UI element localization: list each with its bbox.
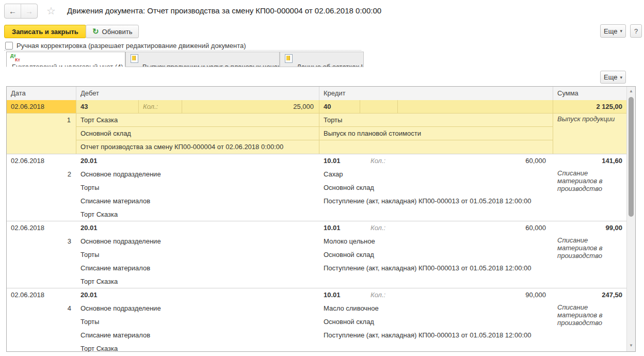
cell-credit-qty[interactable]: 90,000 — [398, 288, 553, 302]
cell-credit-account[interactable]: 40 — [319, 100, 360, 114]
manual-adjustment-label[interactable]: Ручная корректировка (разрешает редактир… — [17, 42, 246, 50]
cell-date[interactable]: 02.06.2018 — [7, 100, 76, 114]
scrollbar-thumb[interactable] — [629, 97, 634, 217]
refresh-label: Обновить — [102, 28, 133, 36]
table-row[interactable]: 02.06.2018 20.01 10.01 Кол.: 60,000 99,0… — [7, 221, 626, 288]
cell-credit-detail[interactable]: Поступление (акт, накладная) КП00-000013… — [319, 329, 553, 342]
cell-debit-detail[interactable]: Торт Сказка — [76, 275, 319, 288]
cell-date[interactable]: 02.06.2018 — [7, 221, 76, 235]
column-header-credit: Кредит — [319, 87, 553, 100]
cell-debit-account[interactable]: 20.01 — [76, 221, 319, 235]
history-nav-group: ← → — [4, 4, 38, 19]
tab-accounting-register[interactable]: ДтКт Бухгалтерский и налоговый учет (4) — [6, 52, 125, 67]
cell-credit-detail[interactable]: Масло сливочное — [319, 302, 553, 315]
cell-sum[interactable]: 2 125,00 — [553, 100, 626, 114]
separator-line — [4, 50, 361, 51]
scroll-down-icon[interactable]: ▼ — [627, 343, 635, 348]
table-row[interactable]: 02.06.2018 43 Кол.: 25,000 40 2 125,00 1… — [7, 100, 626, 154]
tab-wip-register[interactable]: Данные об остатках НЗП (1) — [280, 52, 364, 67]
cell-debit-detail[interactable]: Списание материалов — [76, 262, 319, 275]
cell-debit-detail[interactable]: Торты — [76, 248, 319, 262]
cell-sum[interactable]: 99,00 — [553, 221, 626, 235]
chevron-down-icon: ▾ — [620, 28, 622, 34]
cell-debit-qty-label[interactable]: Кол.: — [139, 100, 182, 114]
cell-credit-account[interactable]: 10.01 — [319, 221, 360, 235]
cell-debit-detail[interactable]: Торт Сказка — [76, 114, 319, 127]
more-button-toolbar[interactable]: Еще ▾ — [600, 24, 626, 38]
cell-debit-detail[interactable]: Торты — [76, 181, 319, 195]
table-body: 02.06.2018 43 Кол.: 25,000 40 2 125,00 1… — [7, 100, 626, 352]
movements-table: Дата Дебет Кредит Сумма 02.06.2018 43 Ко… — [6, 86, 636, 352]
tab-planned-output-register[interactable]: Выпуск продукции и услуг в плановых цена… — [125, 52, 280, 67]
more-button-grid[interactable]: Еще ▾ — [600, 71, 626, 84]
cell-row-number[interactable]: 2 — [7, 168, 76, 181]
forward-button[interactable]: → — [21, 4, 37, 18]
register-icon — [131, 54, 138, 63]
cell-debit-detail[interactable]: Основное подразделение — [76, 302, 319, 315]
back-arrow-icon: ← — [9, 7, 17, 15]
back-button[interactable]: ← — [5, 4, 21, 18]
cell-debit-detail[interactable]: Основной склад — [76, 127, 319, 140]
cell-credit-account[interactable]: 10.01 — [319, 154, 360, 168]
cell-debit-detail[interactable]: Отчет производства за смену КП00-000004 … — [76, 140, 319, 154]
tab-label: Данные об остатках НЗП (1) — [297, 63, 364, 67]
manual-adjustment-checkbox[interactable] — [5, 42, 13, 50]
cell-debit-detail[interactable]: Торты — [76, 315, 319, 329]
cell-sum[interactable]: 247,50 — [553, 288, 626, 302]
cell-debit-detail[interactable]: Списание материалов — [76, 329, 319, 342]
cell-debit-detail[interactable]: Основное подразделение — [76, 235, 319, 248]
cell-debit-detail[interactable]: Торт Сказка — [76, 342, 319, 352]
table-header: Дата Дебет Кредит Сумма — [7, 87, 626, 101]
favorites-star-icon[interactable]: ☆ — [46, 5, 56, 17]
manual-adjustment-row: Ручная корректировка (разрешает редактир… — [5, 42, 246, 50]
cell-credit-detail[interactable]: Поступление (акт, накладная) КП00-000013… — [319, 195, 553, 208]
column-header-date: Дата — [7, 87, 76, 100]
cell-debit-qty[interactable]: 25,000 — [182, 100, 319, 114]
cell-operation-comment[interactable]: Списание материалов в производство — [557, 303, 624, 327]
cell-debit-detail[interactable]: Списание материалов — [76, 195, 319, 208]
cell-credit-detail[interactable]: Выпуск по плановой стоимости — [319, 127, 553, 140]
cell-credit-qty[interactable]: 60,000 — [398, 154, 553, 168]
chevron-down-icon: ▾ — [620, 75, 622, 80]
cell-credit-detail[interactable]: Поступление (акт, накладная) КП00-000013… — [319, 262, 553, 275]
cell-credit-detail[interactable]: Основной склад — [319, 181, 553, 195]
cell-credit-detail[interactable]: Сахар — [319, 168, 553, 181]
cell-debit-account[interactable]: 20.01 — [76, 288, 319, 302]
help-label: ? — [634, 27, 638, 35]
cell-row-number[interactable]: 3 — [7, 235, 76, 248]
cell-credit-qty-label[interactable] — [360, 100, 398, 114]
table-row[interactable]: 02.06.2018 20.01 10.01 Кол.: 60,000 141,… — [7, 154, 626, 221]
cell-debit-detail[interactable]: Торт Сказка — [76, 208, 319, 221]
save-and-close-button[interactable]: Записать и закрыть — [4, 25, 86, 38]
cell-row-number[interactable]: 1 — [7, 114, 76, 154]
refresh-button[interactable]: ↻ Обновить — [86, 25, 139, 38]
vertical-scrollbar[interactable]: ▲ ▼ — [626, 87, 635, 351]
cell-row-number[interactable]: 4 — [7, 302, 76, 315]
cell-credit-detail[interactable]: Основной склад — [319, 248, 553, 262]
cell-credit-detail[interactable]: Торты — [319, 114, 553, 127]
cell-debit-detail[interactable]: Основное подразделение — [76, 168, 319, 181]
scroll-up-icon[interactable]: ▲ — [627, 89, 635, 93]
cell-credit-account[interactable]: 10.01 — [319, 288, 360, 302]
cell-credit-detail[interactable]: Молоко цельное — [319, 235, 553, 248]
cell-credit-detail[interactable]: Основной склад — [319, 315, 553, 329]
cell-operation-comment[interactable]: Списание материалов в производство — [557, 236, 624, 260]
cell-credit-qty-label[interactable]: Кол.: — [366, 154, 398, 168]
column-header-sum: Сумма — [553, 87, 627, 100]
more-label: Еще — [604, 27, 617, 35]
cell-credit-qty[interactable] — [398, 100, 553, 114]
cell-credit-qty-label[interactable]: Кол.: — [366, 221, 398, 235]
table-row[interactable]: 02.06.2018 20.01 10.01 Кол.: 90,000 247,… — [7, 288, 626, 352]
cell-debit-account[interactable]: 20.01 — [76, 154, 319, 168]
cell-debit-account[interactable]: 43 — [76, 100, 139, 114]
cell-sum[interactable]: 141,60 — [553, 154, 626, 168]
cell-date[interactable]: 02.06.2018 — [7, 154, 76, 168]
cell-operation-comment[interactable]: Выпуск продукции — [557, 115, 624, 123]
cell-credit-qty-label[interactable]: Кол.: — [366, 288, 398, 302]
cell-credit-detail[interactable] — [319, 140, 553, 154]
cell-date[interactable]: 02.06.2018 — [7, 288, 76, 302]
help-button[interactable]: ? — [630, 24, 642, 38]
cell-credit-qty[interactable]: 60,000 — [398, 221, 553, 235]
more-label: Еще — [604, 73, 617, 81]
cell-operation-comment[interactable]: Списание материалов в производство — [557, 169, 624, 192]
